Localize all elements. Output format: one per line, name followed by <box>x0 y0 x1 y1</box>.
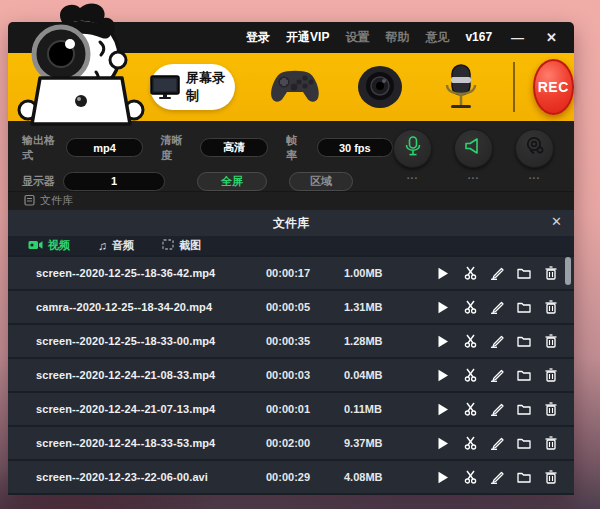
file-size: 1.28MB <box>344 335 436 347</box>
file-name: screen--2020-12-23--22-06-00.avi <box>36 471 266 483</box>
settings-menu[interactable]: 设置 <box>345 29 369 46</box>
mic-toggle-button[interactable] <box>393 129 432 168</box>
edit-button[interactable] <box>490 436 504 450</box>
webcam-toggle-button[interactable] <box>515 129 554 168</box>
tab-screenshot-label: 截图 <box>179 238 201 253</box>
webcam-more-button[interactable]: ... <box>529 171 540 181</box>
open-folder-button[interactable] <box>517 300 531 314</box>
file-size: 0.11MB <box>344 403 436 415</box>
table-row[interactable]: screen--2020-12-24--18-33-53.mp4 00:02:0… <box>8 427 574 459</box>
tab-video[interactable]: 视频 <box>28 238 70 253</box>
edit-button[interactable] <box>490 300 504 314</box>
cut-button[interactable] <box>463 402 477 416</box>
edit-button[interactable] <box>490 368 504 382</box>
region-toggle[interactable]: 区域 <box>289 172 353 191</box>
file-duration: 00:00:17 <box>266 267 344 279</box>
edit-button[interactable] <box>490 402 504 416</box>
delete-button[interactable] <box>544 470 558 484</box>
rec-button[interactable]: REC <box>533 59 574 115</box>
close-button[interactable]: ✕ <box>543 30 560 45</box>
file-duration: 00:00:35 <box>266 335 344 347</box>
framerate-select[interactable]: 30 fps <box>317 138 393 157</box>
library-header: 文件库 ✕ <box>8 210 574 236</box>
play-button[interactable] <box>436 402 450 416</box>
library-close-icon[interactable]: ✕ <box>551 214 562 229</box>
help-menu[interactable]: 帮助 <box>385 29 409 46</box>
open-folder-button[interactable] <box>517 334 531 348</box>
delete-button[interactable] <box>544 266 558 280</box>
file-size: 4.08MB <box>344 471 436 483</box>
open-folder-button[interactable] <box>517 436 531 450</box>
table-row[interactable]: screen--2020-12-23--22-06-00.avi 00:00:2… <box>8 461 574 493</box>
file-name: camra--2020-12-25--18-34-20.mp4 <box>36 301 266 313</box>
speaker-icon <box>464 137 483 159</box>
camera-record-mode-button[interactable] <box>357 64 403 110</box>
tab-audio-label: 音频 <box>112 238 134 253</box>
library-panel: 文件库 ✕ 视频 ♫ 音频 <box>8 210 574 495</box>
display-label: 显示器 <box>22 174 55 189</box>
output-format-select[interactable]: mp4 <box>66 138 142 157</box>
tab-audio[interactable]: ♫ 音频 <box>98 238 134 253</box>
mic-more-button[interactable]: ... <box>407 171 418 181</box>
play-button[interactable] <box>436 470 450 484</box>
table-row[interactable]: screen--2020-12-25--18-33-00.mp4 00:00:3… <box>8 325 574 357</box>
cut-button[interactable] <box>463 368 477 382</box>
fullscreen-toggle[interactable]: 全屏 <box>197 172 267 191</box>
library-title: 文件库 <box>8 215 574 232</box>
cut-button[interactable] <box>463 300 477 314</box>
screen-record-mode-button[interactable]: 屏幕录制 <box>150 64 235 110</box>
cut-button[interactable] <box>463 334 477 348</box>
cut-button[interactable] <box>463 470 477 484</box>
delete-button[interactable] <box>544 436 558 450</box>
cut-button[interactable] <box>463 436 477 450</box>
file-name: screen--2020-12-25--18-33-00.mp4 <box>36 335 266 347</box>
minimize-button[interactable]: — <box>508 30 527 45</box>
open-folder-button[interactable] <box>517 266 531 280</box>
file-size: 9.37MB <box>344 437 436 449</box>
table-row[interactable]: screen--2020-12-24--21-08-33.mp4 00:00:0… <box>8 359 574 391</box>
clarity-label: 清晰度 <box>161 133 188 163</box>
play-button[interactable] <box>436 266 450 280</box>
delete-button[interactable] <box>544 368 558 382</box>
speaker-toggle-button[interactable] <box>454 129 493 168</box>
library-shortcut[interactable]: 文件库 <box>8 191 574 210</box>
edit-button[interactable] <box>490 334 504 348</box>
play-button[interactable] <box>436 368 450 382</box>
file-name: screen--2020-12-24--21-07-13.mp4 <box>36 403 266 415</box>
open-folder-button[interactable] <box>517 470 531 484</box>
music-note-icon: ♫ <box>98 239 107 253</box>
library-shortcut-label: 文件库 <box>40 193 73 208</box>
tab-screenshot[interactable]: 截图 <box>162 238 201 253</box>
edit-button[interactable] <box>490 470 504 484</box>
login-button[interactable]: 登录 <box>246 29 270 46</box>
scrollbar-thumb[interactable] <box>565 257 571 285</box>
header-divider <box>513 62 514 112</box>
feedback-menu[interactable]: 意见 <box>425 29 449 46</box>
edit-button[interactable] <box>490 266 504 280</box>
file-name: screen--2020-12-24--18-33-53.mp4 <box>36 437 266 449</box>
table-row[interactable]: screen--2020-12-24--21-07-13.mp4 00:00:0… <box>8 393 574 425</box>
file-size: 0.04MB <box>344 369 436 381</box>
file-duration: 00:00:05 <box>266 301 344 313</box>
file-duration: 00:00:01 <box>266 403 344 415</box>
vip-button[interactable]: 开通VIP <box>286 29 329 46</box>
cut-button[interactable] <box>463 266 477 280</box>
mic-record-mode-button[interactable] <box>441 63 481 111</box>
delete-button[interactable] <box>544 300 558 314</box>
open-folder-button[interactable] <box>517 368 531 382</box>
play-button[interactable] <box>436 436 450 450</box>
play-button[interactable] <box>436 334 450 348</box>
file-name: screen--2020-12-24--21-08-33.mp4 <box>36 369 266 381</box>
game-record-mode-button[interactable] <box>269 69 321 105</box>
speaker-more-button[interactable]: ... <box>468 171 479 181</box>
open-folder-button[interactable] <box>517 402 531 416</box>
table-row[interactable]: screen--2020-12-25--18-36-42.mp4 00:00:1… <box>8 257 574 289</box>
delete-button[interactable] <box>544 334 558 348</box>
play-button[interactable] <box>436 300 450 314</box>
file-duration: 00:00:29 <box>266 471 344 483</box>
display-select[interactable]: 1 <box>63 172 165 191</box>
clarity-select[interactable]: 高清 <box>200 138 268 157</box>
delete-button[interactable] <box>544 402 558 416</box>
file-size: 1.31MB <box>344 301 436 313</box>
table-row[interactable]: camra--2020-12-25--18-34-20.mp4 00:00:05… <box>8 291 574 323</box>
